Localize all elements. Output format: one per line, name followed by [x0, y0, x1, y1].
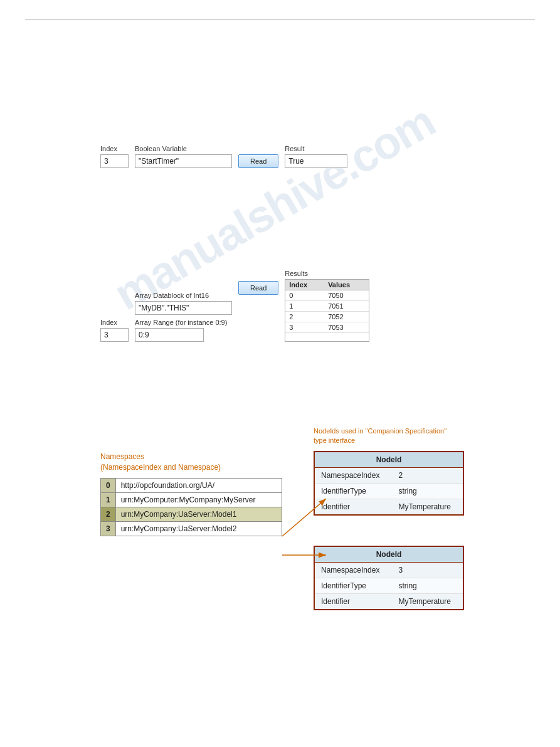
index-label-2: Index: [100, 319, 129, 326]
nodeid-table-2-header: NodeId: [314, 546, 463, 563]
index-label-1: Index: [100, 145, 129, 152]
result-field-group: Result: [285, 145, 347, 168]
result-label-1: Result: [285, 145, 347, 152]
nodeid-row: NamespaceIndex3: [314, 563, 463, 578]
result-value-cell: 7053: [324, 322, 369, 333]
nodeid-row: IdentifierTypestring: [314, 483, 463, 499]
nodeid-label-cell: NamespaceIndex: [314, 467, 392, 483]
nodeid-row: IdentifierTypestring: [314, 578, 463, 594]
nodeid-row: IdentifierMyTemperature: [314, 594, 463, 610]
nodeid-label-cell: Identifier: [314, 594, 392, 610]
results-label: Results: [285, 270, 369, 277]
results-table-wrapper: Index Values 07050170512705237053: [285, 279, 369, 342]
index-field-group: Index: [100, 145, 129, 168]
nodeid-label-cell: NamespaceIndex: [314, 563, 392, 578]
nodeid-table-1: NodeId NamespaceIndex2IdentifierTypestri…: [314, 451, 464, 516]
ns-url-cell: urn:MyCompany:UaServer:Model2: [115, 521, 282, 536]
nodeid-section-1: NodeIds used in "Companion Specification…: [314, 426, 464, 516]
var-input-1[interactable]: [135, 154, 232, 168]
ns-table: 0http://opcfoundation.org/UA/1urn:MyComp…: [100, 478, 282, 536]
nodeid-value-cell: string: [392, 483, 463, 499]
nodeid-value-cell: MyTemperature: [392, 594, 463, 610]
var-field-group: Boolean Variable: [135, 145, 232, 168]
table-row: 17051: [285, 301, 369, 312]
result-index-cell: 0: [285, 290, 324, 301]
ns-row: 3urn:MyCompany:UaServer:Model2: [101, 521, 282, 536]
col-index-header: Index: [285, 280, 324, 290]
index-field-group-2: Index: [100, 319, 129, 342]
ns-index-cell: 0: [101, 478, 116, 492]
nodeid-label-cell: Identifier: [314, 499, 392, 515]
var-label-1: Boolean Variable: [135, 145, 232, 152]
read-button-1[interactable]: Read: [238, 154, 278, 168]
results-table: Index Values 07050170512705237053: [285, 280, 369, 333]
top-border: [25, 19, 535, 19]
result-index-cell: 1: [285, 301, 324, 312]
nodeid-value-cell: 2: [392, 467, 463, 483]
index-input-1[interactable]: [100, 154, 129, 168]
nodeid-note: NodeIds used in "Companion Specification…: [314, 426, 452, 446]
ns-url-cell: urn:MyCompany:UaServer:Model1: [115, 507, 282, 521]
result-index-cell: 3: [285, 322, 324, 333]
result-index-cell: 2: [285, 312, 324, 322]
index-input-2[interactable]: [100, 328, 129, 342]
nodeid-label-cell: IdentifierType: [314, 483, 392, 499]
result-value-cell: 7051: [324, 301, 369, 312]
nodeid-value-cell: string: [392, 578, 463, 594]
nodeid-value-cell: 3: [392, 563, 463, 578]
nodeid-value-cell: MyTemperature: [392, 499, 463, 515]
nodeid-row: IdentifierMyTemperature: [314, 499, 463, 515]
col-values-header: Values: [324, 280, 369, 290]
results-field-group: Results Index Values 0705017051270523705…: [285, 270, 369, 342]
ns-index-cell: 3: [101, 521, 116, 536]
var-label-2: Array Datablock of Int16: [135, 292, 232, 299]
var-field-group-2: Array Datablock of Int16 Array Range (fo…: [135, 292, 232, 342]
nodeid-section-2: NodeId NamespaceIndex3IdentifierTypestri…: [314, 546, 464, 610]
result-input-1[interactable]: [285, 154, 347, 168]
table-row: 07050: [285, 290, 369, 301]
ns-url-cell: urn:MyComputer:MyCompany:MyServer: [115, 492, 282, 507]
namespaces-section: Namespaces (NamespaceIndex and Namespace…: [100, 452, 282, 536]
nodeid-label-cell: IdentifierType: [314, 578, 392, 594]
table-row: 37053: [285, 322, 369, 333]
table-row: 27052: [285, 312, 369, 322]
array-read-section: Index Array Datablock of Int16 Array Ran…: [100, 270, 369, 342]
ns-index-cell: 2: [101, 507, 116, 521]
nodeid-table-1-header: NodeId: [314, 452, 463, 468]
ns-url-cell: http://opcfoundation.org/UA/: [115, 478, 282, 492]
read-button-2[interactable]: Read: [238, 281, 278, 295]
ns-title: Namespaces (NamespaceIndex and Namespace…: [100, 452, 282, 473]
boolean-read-section: Index Boolean Variable Read Result: [100, 144, 347, 168]
ns-row: 1urn:MyComputer:MyCompany:MyServer: [101, 492, 282, 507]
ns-index-cell: 1: [101, 492, 116, 507]
ns-row: 0http://opcfoundation.org/UA/: [101, 478, 282, 492]
nodeid-row: NamespaceIndex2: [314, 467, 463, 483]
ns-row: 2urn:MyCompany:UaServer:Model1: [101, 507, 282, 521]
result-value-cell: 7052: [324, 312, 369, 322]
result-value-cell: 7050: [324, 290, 369, 301]
range-input[interactable]: [135, 328, 204, 342]
nodeid-table-2: NodeId NamespaceIndex3IdentifierTypestri…: [314, 546, 464, 610]
range-label: Array Range (for instance 0:9): [135, 319, 232, 326]
var-input-2[interactable]: [135, 301, 232, 315]
